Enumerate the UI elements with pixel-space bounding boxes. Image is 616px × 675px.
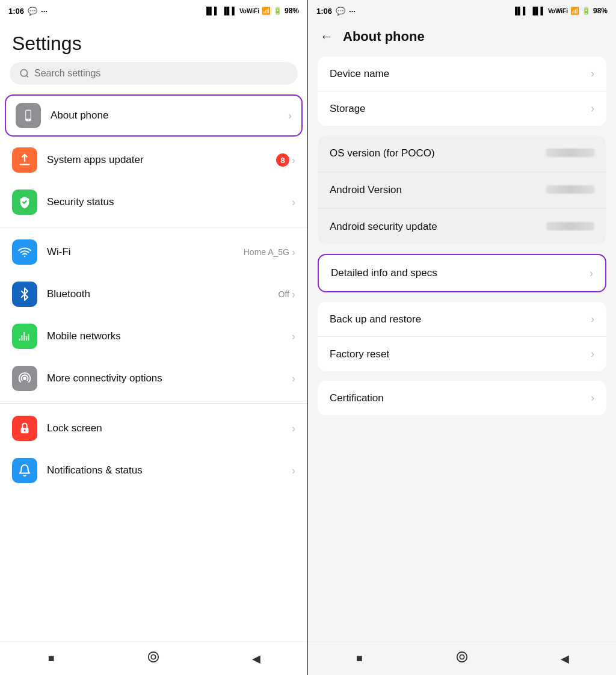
- network-icon: [12, 324, 37, 349]
- wifi-text: Wi-Fi: [47, 246, 234, 258]
- certification-card: Certification ›: [318, 381, 606, 415]
- device-storage-card: Device name › Storage ›: [318, 57, 606, 126]
- about-phone-chevron: ›: [288, 109, 292, 122]
- mobile-networks-text: Mobile networks: [47, 330, 282, 342]
- svg-point-5: [23, 377, 26, 380]
- signal2-icon: ▐▌▌: [221, 7, 237, 15]
- back-button[interactable]: ←: [320, 29, 333, 45]
- square-icon: ■: [48, 652, 55, 665]
- settings-title: Settings: [0, 22, 307, 62]
- back-icon: ◀: [252, 652, 260, 665]
- shield-icon: [12, 190, 37, 215]
- right-content: Device name › Storage › OS version (for …: [308, 57, 616, 641]
- system-apps-badge: 8: [276, 153, 289, 167]
- conn-icon: [12, 366, 37, 391]
- certification-item[interactable]: Certification ›: [318, 381, 606, 415]
- right-nav-square-btn[interactable]: ■: [345, 644, 374, 673]
- settings-item-connectivity[interactable]: More connectivity options ›: [0, 357, 307, 399]
- vowifi-icon: VoWiFi: [239, 8, 259, 14]
- lock-screen-chevron: ›: [292, 422, 295, 435]
- certification-chevron: ›: [591, 392, 594, 404]
- notifications-text: Notifications & status: [47, 464, 282, 476]
- os-info-group: OS version (for POCO) Android Version An…: [318, 135, 606, 244]
- bluetooth-icon: [12, 282, 37, 307]
- battery-icon: 🔋: [273, 7, 282, 15]
- search-icon: [19, 68, 29, 79]
- right-vowifi-icon: VoWiFi: [548, 8, 568, 14]
- wifi-right: Home A_5G ›: [244, 246, 295, 259]
- left-content: Settings About phone ›: [0, 22, 307, 641]
- lock-icon: [12, 416, 37, 441]
- whatsapp-icon: 💬: [28, 7, 37, 16]
- svg-line-1: [26, 75, 28, 77]
- divider-2: [0, 403, 307, 404]
- nav-back-btn[interactable]: ◀: [242, 644, 271, 673]
- settings-item-notifications[interactable]: Notifications & status ›: [0, 449, 307, 492]
- security-chevron: ›: [292, 196, 295, 209]
- connectivity-text: More connectivity options: [47, 372, 282, 384]
- lock-screen-text: Lock screen: [47, 422, 282, 434]
- more-icon: ···: [41, 7, 48, 16]
- search-input[interactable]: [34, 68, 288, 79]
- search-bar[interactable]: [10, 62, 298, 85]
- wifi-icon: [12, 239, 37, 265]
- android-security-item[interactable]: Android security update: [318, 208, 606, 245]
- left-bottom-nav: ■ ◀: [0, 641, 307, 675]
- connectivity-chevron: ›: [292, 372, 295, 385]
- notifications-chevron: ›: [292, 464, 295, 477]
- right-signal2-icon: ▐▌▌: [530, 7, 546, 15]
- storage-item[interactable]: Storage ›: [318, 91, 606, 126]
- detailed-info-chevron: ›: [590, 267, 593, 280]
- svg-point-9: [152, 655, 156, 659]
- settings-item-lock-screen[interactable]: Lock screen ›: [0, 407, 307, 449]
- right-status-icons: ▐▌▌ ▐▌▌ VoWiFi 📶 🔋 98%: [513, 7, 608, 15]
- detailed-info-item[interactable]: Detailed info and specs ›: [318, 254, 606, 292]
- right-time: 1:06 💬 ···: [316, 7, 356, 16]
- divider-1: [0, 227, 307, 227]
- backup-item[interactable]: Back up and restore ›: [318, 302, 606, 336]
- svg-point-11: [460, 655, 464, 659]
- svg-rect-3: [26, 111, 30, 119]
- svg-point-7: [24, 430, 26, 431]
- about-phone-text: About phone: [51, 109, 279, 122]
- settings-item-security[interactable]: Security status ›: [0, 181, 307, 223]
- svg-point-8: [149, 652, 159, 662]
- svg-point-10: [457, 652, 467, 662]
- settings-item-system-apps[interactable]: System apps updater 8 ›: [0, 139, 307, 181]
- left-status-bar: 1:06 💬 ··· ▐▌▌ ▐▌▌ VoWiFi 📶 🔋 98%: [0, 0, 307, 22]
- settings-item-mobile-networks[interactable]: Mobile networks ›: [0, 315, 307, 357]
- settings-item-bluetooth[interactable]: Bluetooth Off ›: [0, 273, 307, 315]
- android-version-item[interactable]: Android Version: [318, 171, 606, 208]
- nav-home-btn[interactable]: [139, 644, 168, 673]
- right-header: ← About phone: [308, 22, 616, 57]
- right-back-icon: ◀: [561, 652, 569, 665]
- device-name-item[interactable]: Device name ›: [318, 57, 606, 91]
- signal-icon: ▐▌▌: [204, 7, 220, 15]
- right-more-icon: ···: [349, 7, 356, 16]
- system-apps-right: 8 ›: [276, 153, 295, 167]
- storage-chevron: ›: [591, 102, 594, 115]
- left-panel: 1:06 💬 ··· ▐▌▌ ▐▌▌ VoWiFi 📶 🔋 98% Settin…: [0, 0, 308, 675]
- right-nav-back-btn[interactable]: ◀: [550, 644, 579, 673]
- right-signal-icon: ▐▌▌: [513, 7, 528, 15]
- left-status-icons: ▐▌▌ ▐▌▌ VoWiFi 📶 🔋 98%: [204, 7, 299, 15]
- nav-square-btn[interactable]: ■: [37, 644, 66, 673]
- right-nav-home-btn[interactable]: [448, 644, 476, 673]
- right-page-title: About phone: [343, 29, 425, 45]
- backup-factory-card: Back up and restore › Factory reset ›: [318, 302, 606, 371]
- backup-chevron: ›: [591, 313, 594, 325]
- wifi-status-icon: 📶: [262, 7, 271, 15]
- settings-item-wifi[interactable]: Wi-Fi Home A_5G ›: [0, 231, 307, 273]
- right-panel: 1:06 💬 ··· ▐▌▌ ▐▌▌ VoWiFi 📶 🔋 98% ← Abou…: [308, 0, 616, 675]
- right-wifi-icon: 📶: [570, 7, 579, 15]
- updater-icon: [12, 147, 37, 173]
- settings-item-about-phone[interactable]: About phone ›: [5, 94, 303, 137]
- security-text: Security status: [47, 196, 282, 208]
- os-version-item[interactable]: OS version (for POCO): [318, 135, 606, 171]
- bluetooth-right: Off ›: [279, 288, 295, 301]
- right-status-bar: 1:06 💬 ··· ▐▌▌ ▐▌▌ VoWiFi 📶 🔋 98%: [308, 0, 616, 22]
- home-icon: [147, 650, 160, 667]
- mobile-networks-chevron: ›: [292, 330, 295, 343]
- factory-reset-chevron: ›: [591, 348, 594, 360]
- factory-reset-item[interactable]: Factory reset ›: [318, 336, 606, 371]
